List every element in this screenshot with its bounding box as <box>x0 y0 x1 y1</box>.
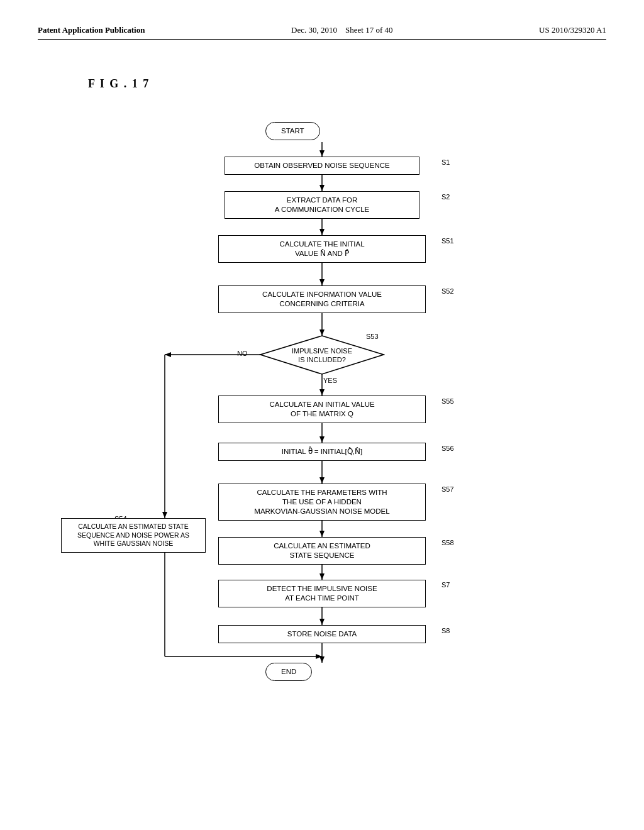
s56-label: S56 <box>441 445 454 452</box>
s1-box: OBTAIN OBSERVED NOISE SEQUENCE <box>221 157 423 175</box>
svg-marker-25 <box>319 573 325 580</box>
svg-marker-17 <box>319 185 325 191</box>
flowchart: START S1 OBTAIN OBSERVED NOISE SEQUENCE … <box>52 109 592 770</box>
svg-marker-18 <box>319 229 325 235</box>
header-date-sheet: Dec. 30, 2010 Sheet 17 of 40 <box>291 25 392 35</box>
s58-text: CALCULATE AN ESTIMATED STATE SEQUENCE <box>218 537 426 565</box>
header-publication: Patent Application Publication <box>38 25 145 35</box>
end-node: END <box>265 663 312 681</box>
s8-label: S8 <box>441 627 450 634</box>
s56-box: INITIAL θ̂ = INITIAL[Q̂,N̂] <box>215 443 429 461</box>
svg-marker-19 <box>319 279 325 285</box>
svg-marker-27 <box>319 656 325 663</box>
yes-label: YES <box>323 377 337 384</box>
start-node: START <box>265 122 320 140</box>
page-header: Patent Application Publication Dec. 30, … <box>38 25 606 40</box>
s2-text: EXTRACT DATA FOR A COMMUNICATION CYCLE <box>225 191 419 219</box>
header-patent-number: US 2010/329320 A1 <box>539 25 606 35</box>
s52-box: CALCULATE INFORMATION VALUE CONCERNING C… <box>215 285 429 313</box>
s56-text: INITIAL θ̂ = INITIAL[Q̂,N̂] <box>218 443 426 461</box>
s55-label: S55 <box>441 397 454 405</box>
s1-text: OBTAIN OBSERVED NOISE SEQUENCE <box>225 157 419 175</box>
s51-text: CALCULATE THE INITIALVALUE N̂ AND P̂ <box>218 235 426 263</box>
page: Patent Application Publication Dec. 30, … <box>0 0 644 830</box>
s57-text: CALCULATE THE PARAMETERS WITH THE USE OF… <box>218 484 426 521</box>
s7-box: DETECT THE IMPULSIVE NOISE AT EACH TIME … <box>215 580 429 607</box>
svg-marker-26 <box>319 619 325 625</box>
end-label: END <box>265 663 312 681</box>
s52-label: S52 <box>441 287 454 295</box>
svg-marker-30 <box>316 654 322 659</box>
svg-marker-22 <box>319 436 325 443</box>
s2-box: EXTRACT DATA FOR A COMMUNICATION CYCLE <box>221 191 423 219</box>
svg-marker-28 <box>165 352 171 357</box>
s51-label: S51 <box>441 237 454 245</box>
s58-box: CALCULATE AN ESTIMATED STATE SEQUENCE <box>215 537 429 565</box>
s54-text: CALCULATE AN ESTIMATED STATE SEQUENCE AN… <box>61 518 206 553</box>
svg-marker-21 <box>319 389 325 396</box>
s53-diamond: IMPULSIVE NOISEIS INCLUDED? <box>259 335 385 378</box>
s55-box: CALCULATE AN INITIAL VALUE OF THE MATRIX… <box>215 396 429 423</box>
s8-box: STORE NOISE DATA <box>215 625 429 643</box>
svg-marker-24 <box>319 531 325 537</box>
svg-marker-29 <box>162 512 167 518</box>
start-label: START <box>265 122 320 140</box>
svg-marker-31 <box>260 336 384 374</box>
s57-label: S57 <box>441 485 454 493</box>
s7-text: DETECT THE IMPULSIVE NOISE AT EACH TIME … <box>218 580 426 607</box>
figure-label: F I G . 1 7 <box>88 77 606 91</box>
s2-label: S2 <box>441 193 450 201</box>
svg-marker-16 <box>319 150 325 157</box>
no-label: NO <box>237 350 248 357</box>
s7-label: S7 <box>441 581 450 589</box>
s8-text: STORE NOISE DATA <box>218 625 426 643</box>
s55-text: CALCULATE AN INITIAL VALUE OF THE MATRIX… <box>218 396 426 423</box>
s1-label: S1 <box>441 158 450 166</box>
s51-box: CALCULATE THE INITIALVALUE N̂ AND P̂ <box>215 235 429 263</box>
s57-box: CALCULATE THE PARAMETERS WITH THE USE OF… <box>215 484 429 521</box>
svg-marker-23 <box>319 477 325 484</box>
s58-label: S58 <box>441 539 454 546</box>
s54-box: CALCULATE AN ESTIMATED STATE SEQUENCE AN… <box>58 518 209 553</box>
s52-text: CALCULATE INFORMATION VALUE CONCERNING C… <box>218 285 426 313</box>
